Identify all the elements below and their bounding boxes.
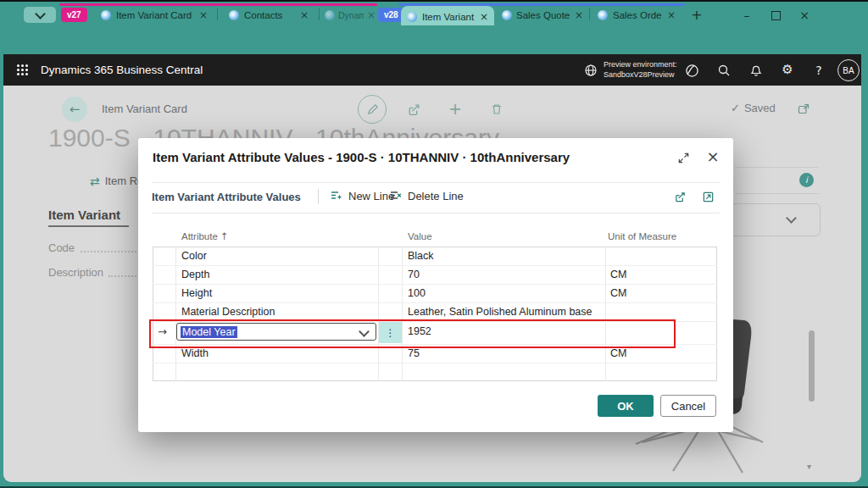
dynamics-favicon [229, 10, 239, 20]
environment-label: Preview environment: SandboxV28Preview [604, 60, 677, 80]
tab-close-icon[interactable]: × [199, 10, 208, 20]
browser-url-bar: ← ↻ https://businesscentral.dynamics.com… [0, 25, 868, 54]
search-icon[interactable] [715, 62, 732, 79]
section-underline [48, 225, 129, 227]
cell-value[interactable]: Leather, Satin Polished Aluminum base [408, 306, 593, 318]
help-icon[interactable]: ? [810, 62, 827, 79]
cell-attribute[interactable]: Depth [181, 269, 209, 280]
cell-value[interactable]: 100 [408, 287, 426, 299]
copilot-icon[interactable] [683, 62, 700, 79]
dialog-title: Item Variant Attribute Values - 1900-S ·… [153, 150, 570, 164]
browser-tab-dynamics-365[interactable]: Dynamics 365 Bus × [323, 5, 377, 25]
maximize-icon [771, 11, 781, 20]
screen: v27 Item Variant Card × Contacts × Dynam… [0, 0, 868, 488]
cell-attribute[interactable]: Height [181, 287, 212, 299]
share-icon[interactable] [672, 189, 687, 204]
open-in-window-icon[interactable] [795, 101, 812, 118]
tab-divider [319, 8, 320, 20]
edit-pencil-icon[interactable] [358, 95, 387, 124]
browser-tab-item-variant-card-active[interactable]: Item Variant Card × [401, 6, 494, 27]
settings-gear-icon[interactable]: ⚙ [779, 61, 796, 78]
tab-divider [589, 8, 590, 20]
check-icon: ✓ [731, 103, 740, 114]
share-icon[interactable] [405, 101, 422, 118]
tab-close-icon[interactable]: × [575, 10, 583, 20]
scrollbar-thumb[interactable] [809, 330, 815, 402]
breadcrumb: Item Variant Card [102, 103, 187, 115]
new-record-icon[interactable]: + [447, 99, 464, 118]
dynamics-favicon [101, 10, 111, 20]
sort-ascending-icon: ↑ [220, 230, 229, 242]
tab-group-badge-v27[interactable]: v27 [61, 8, 87, 22]
cell-attribute[interactable]: Width [181, 347, 209, 359]
tab-close-icon[interactable]: × [300, 10, 309, 20]
section-title: Item Variant [48, 208, 120, 222]
item-variant-attribute-values-dialog: Item Variant Attribute Values - 1900-S ·… [138, 138, 733, 432]
fullscreen-icon[interactable] [700, 189, 715, 204]
waffle-menu-icon[interactable] [14, 61, 32, 80]
cell-value[interactable]: Black [408, 250, 434, 262]
column-header-attribute[interactable]: Attribute ↑ [181, 231, 229, 242]
page-back-button[interactable]: ← [62, 97, 87, 122]
ok-button[interactable]: OK [598, 395, 654, 417]
column-header-value[interactable]: Value [408, 231, 432, 241]
environment-icon[interactable] [583, 63, 598, 78]
browser-tab-contacts[interactable]: Contacts × [222, 5, 315, 25]
tab-close-icon[interactable]: × [367, 10, 376, 20]
tab-close-icon[interactable]: × [667, 10, 676, 20]
cell-attribute[interactable]: Material Description [181, 306, 275, 318]
bc-app-header: Dynamics 365 Business Central Preview en… [3, 54, 861, 86]
dialog-expand-icon[interactable] [676, 150, 691, 165]
save-status: ✓ Saved [731, 102, 776, 114]
cell-value[interactable]: 70 [408, 269, 420, 280]
window-close-button[interactable]: × [793, 5, 815, 25]
cell-value[interactable]: 75 [408, 347, 420, 359]
cancel-button[interactable]: Cancel [660, 395, 716, 417]
list-caption[interactable]: Item Variant Attribute Values [152, 191, 301, 203]
app-title: Dynamics 365 Business Central [41, 64, 203, 76]
dynamics-favicon [325, 10, 335, 20]
chevron-down-icon [786, 213, 797, 224]
window-minimize-button[interactable]: – [736, 5, 758, 25]
cell-unit[interactable]: CM [610, 269, 626, 280]
dynamics-favicon [598, 10, 608, 20]
delete-trash-icon[interactable] [488, 101, 505, 118]
dynamics-favicon [502, 10, 512, 20]
new-line-button[interactable]: New Line [330, 189, 394, 202]
scrollbar-down-arrow[interactable]: ▾ [807, 463, 811, 471]
dialog-close-icon[interactable]: × [704, 147, 721, 166]
notifications-bell-icon[interactable] [748, 62, 765, 79]
cell-attribute[interactable]: Color [181, 250, 207, 262]
column-header-unit[interactable]: Unit of Measure [608, 231, 676, 241]
annotation-highlight-box [149, 319, 676, 348]
delete-line-icon [389, 189, 403, 202]
tab-divider [217, 8, 218, 20]
browser-tab-sales-orders[interactable]: Sales Orders × [593, 5, 681, 25]
info-icon[interactable]: i [799, 173, 814, 187]
cell-unit[interactable]: CM [610, 347, 626, 359]
new-tab-button[interactable]: + [687, 5, 707, 25]
delete-line-button[interactable]: Delete Line [389, 189, 464, 202]
dynamics-favicon [407, 12, 417, 22]
window-maximize-button[interactable] [765, 5, 787, 25]
cell-unit[interactable]: CM [610, 287, 626, 299]
browser-tab-bar: v27 Item Variant Card × Contacts × Dynam… [0, 0, 868, 27]
user-avatar[interactable]: BA [837, 59, 860, 81]
field-label-code: Code [48, 241, 75, 254]
field-label-description: Description [48, 266, 103, 279]
browser-tab-sales-quote[interactable]: Sales Quote - 1001 × [498, 5, 587, 25]
browser-tab-item-variant-card-v27[interactable]: Item Variant Card × [95, 5, 214, 25]
tab-close-icon[interactable]: × [480, 12, 488, 22]
tab-search-chevron-button[interactable] [24, 7, 56, 23]
new-line-icon [330, 189, 343, 202]
swap-arrows-icon: ⇄ [90, 175, 100, 187]
